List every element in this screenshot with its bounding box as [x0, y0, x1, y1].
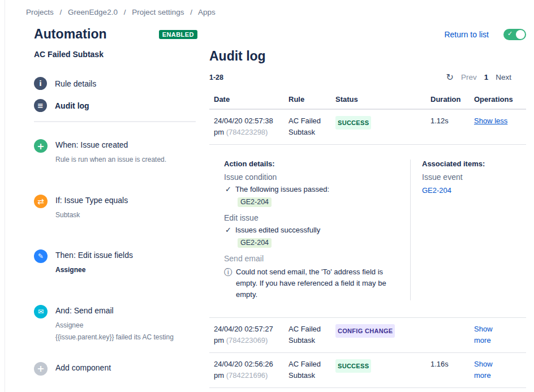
step-description: Assignee: [55, 320, 174, 331]
pagination: ↻ Prev 1 Next: [446, 72, 526, 83]
row-id: (784223069): [226, 336, 268, 344]
sidebar-divider: [34, 121, 196, 122]
breadcrumb-project-name[interactable]: GreenEdge2.0: [68, 8, 118, 16]
table-row: 24/04/20 02:56:26 pm (784221696) AC Fail…: [209, 353, 526, 388]
check-line: ✓ Issues edited successfully: [225, 225, 397, 235]
step-description: Subtask: [55, 210, 128, 221]
show-more-link[interactable]: Show more: [474, 359, 498, 381]
table-row: 24/04/20 02:56:13 pm (784221401) AC Fail…: [209, 388, 526, 392]
list-icon: ≡: [34, 99, 47, 112]
audit-detail-panel: Action details: Issue condition ✓ The fo…: [209, 145, 526, 318]
envelope-icon: ✉: [34, 305, 48, 318]
associated-items-column: Associated items: Issue event GE2-204: [410, 160, 526, 300]
row-operations: Show less: [474, 115, 526, 127]
page-header: Automation ENABLED Return to list ✓: [0, 16, 534, 42]
row-date-ampm: pm: [214, 128, 224, 136]
row-id: (784223298): [226, 128, 268, 136]
check-text: The following issues passed:: [235, 184, 329, 195]
step-description: Rule is run when an issue is created.: [55, 154, 166, 165]
detail-section-edit-issue: Edit issue ✓ Issues edited successfully …: [224, 213, 397, 252]
pagination-prev[interactable]: Prev: [461, 73, 477, 81]
associated-items-label: Associated items:: [422, 160, 526, 168]
result-range: 1-28: [209, 74, 223, 81]
breadcrumb-projects[interactable]: Projects: [26, 8, 54, 16]
show-more-link[interactable]: Show more: [474, 324, 498, 346]
check-line: ✓ The following issues passed:: [225, 184, 397, 195]
column-rule: Rule: [288, 95, 335, 104]
check-icon: ✓: [225, 184, 231, 195]
detail-section-issue-condition: Issue condition ✓ The following issues p…: [224, 173, 397, 211]
table-row: 24/04/20 02:57:38 pm (784223298) AC Fail…: [209, 110, 526, 145]
refresh-icon[interactable]: ↻: [446, 72, 454, 83]
sidebar-item-audit-log[interactable]: ≡ Audit log: [34, 99, 209, 112]
step-title: When: Issue created: [55, 140, 166, 149]
row-status: SUCCESS: [335, 115, 430, 130]
row-duration: 1.16s: [430, 359, 474, 370]
automation-page: Projects / GreenEdge2.0 / Project settin…: [0, 0, 534, 392]
step-and-send-email[interactable]: ✉ And: Send email Assignee {{issue.paren…: [34, 305, 209, 343]
info-icon: i: [34, 77, 47, 90]
step-when-issue-created[interactable]: + When: Issue created Rule is run when a…: [34, 139, 209, 165]
table-row: 24/04/20 02:57:27 pm (784223069) AC Fail…: [209, 318, 526, 353]
associated-issue-link[interactable]: GE2-204: [422, 186, 451, 195]
row-rule: AC Failed Subtask: [288, 359, 335, 381]
breadcrumb-separator: /: [124, 8, 126, 16]
column-date: Date: [214, 95, 288, 104]
rule-enabled-toggle[interactable]: ✓: [503, 29, 526, 40]
row-operations: Show more: [474, 359, 526, 381]
toggle-check-icon: ✓: [507, 30, 513, 37]
shuffle-icon: ⇄: [34, 195, 48, 208]
show-less-link[interactable]: Show less: [474, 117, 507, 125]
component-title: Send email: [224, 254, 397, 263]
info-text: Could not send email, the 'To' address f…: [236, 266, 397, 300]
row-operations: Show more: [474, 324, 526, 346]
rule-details-label: Rule details: [55, 79, 96, 88]
row-status: SUCCESS: [335, 359, 430, 373]
status-badge: SUCCESS: [335, 116, 371, 130]
info-circle-icon: ⓘ: [224, 266, 232, 300]
action-details-column: Action details: Issue condition ✓ The fo…: [209, 160, 410, 300]
status-badge: SUCCESS: [335, 359, 371, 373]
step-then-edit-issue-fields[interactable]: ✎ Then: Edit issue fields Assignee: [34, 249, 209, 275]
breadcrumb-project-settings[interactable]: Project settings: [132, 8, 184, 16]
rule-name: AC Failed Subtask: [34, 50, 209, 59]
pencil-icon: ✎: [34, 249, 48, 263]
row-date: 24/04/20 02:57:27 pm (784223069): [214, 324, 288, 346]
breadcrumb-apps[interactable]: Apps: [198, 8, 216, 16]
header-actions: Return to list ✓: [444, 29, 526, 40]
breadcrumb: Projects / GreenEdge2.0 / Project settin…: [0, 0, 534, 16]
sidebar-item-rule-details[interactable]: i Rule details: [34, 77, 209, 90]
row-date-ampm: pm: [214, 336, 224, 344]
audit-log-title: Audit log: [209, 49, 526, 64]
column-operations: Operations: [474, 95, 526, 104]
row-status: CONFIG CHANGE: [335, 324, 430, 338]
step-title: And: Send email: [55, 306, 174, 315]
row-date-ampm: pm: [214, 371, 224, 380]
column-status: Status: [335, 95, 430, 104]
issue-key-chip: GE2-204: [238, 197, 272, 207]
enabled-status-badge: ENABLED: [159, 30, 197, 39]
table-header: Date Rule Status Duration Operations: [209, 91, 526, 110]
pagination-next[interactable]: Next: [496, 73, 511, 81]
check-icon: ✓: [225, 225, 231, 235]
info-line: ⓘ Could not send email, the 'To' address…: [224, 266, 397, 300]
breadcrumb-separator: /: [190, 8, 192, 16]
row-rule: AC Failed Subtask: [288, 324, 335, 346]
row-date-value: 24/04/20 02:57:27: [214, 325, 273, 333]
action-details-label: Action details:: [224, 160, 397, 168]
step-if-issue-type-equals[interactable]: ⇄ If: Issue Type equals Subtask: [34, 195, 209, 221]
plus-icon: +: [34, 362, 48, 376]
add-component-button[interactable]: + Add component: [34, 362, 209, 376]
row-date: 24/04/20 02:57:38 pm (784223298): [214, 115, 288, 138]
left-divider: [5, 0, 5, 392]
row-rule: AC Failed Subtask: [288, 115, 335, 138]
pagination-page-1[interactable]: 1: [484, 73, 489, 81]
column-duration: Duration: [430, 95, 474, 104]
row-id: (784221696): [226, 371, 268, 380]
return-to-list-link[interactable]: Return to list: [444, 30, 489, 39]
audit-log-panel: Audit log 1-28 ↻ Prev 1 Next Date Rule S…: [209, 48, 526, 392]
toggle-knob: [516, 30, 525, 39]
step-title: If: Issue Type equals: [55, 196, 128, 205]
step-description: Assignee: [55, 265, 133, 275]
row-date: 24/04/20 02:56:26 pm (784221696): [214, 359, 288, 381]
